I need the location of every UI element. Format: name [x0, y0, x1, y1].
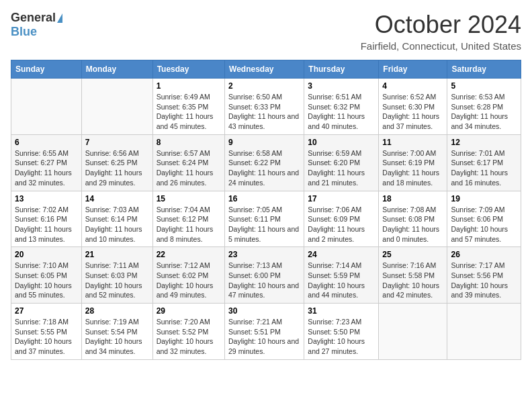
day-number: 24 — [308, 250, 375, 259]
day-info-text: Sunrise: 6:57 AM Sunset: 6:24 PM Dayligh… — [157, 148, 221, 188]
calendar-cell: 28Sunrise: 7:19 AM Sunset: 5:54 PM Dayli… — [81, 304, 152, 360]
logo-triangle-icon — [57, 13, 62, 23]
calendar-header: SundayMondayTuesdayWednesdayThursdayFrid… — [11, 60, 521, 79]
day-info-text: Sunrise: 7:04 AM Sunset: 6:12 PM Dayligh… — [157, 205, 221, 244]
day-number: 29 — [157, 306, 221, 316]
day-info-text: Sunrise: 7:01 AM Sunset: 6:17 PM Dayligh… — [451, 148, 517, 188]
day-info-text: Sunrise: 7:02 AM Sunset: 6:16 PM Dayligh… — [15, 205, 78, 244]
calendar-cell: 14Sunrise: 7:03 AM Sunset: 6:14 PM Dayli… — [81, 191, 152, 247]
day-number: 13 — [15, 194, 78, 203]
day-number: 11 — [382, 138, 443, 147]
day-info-text: Sunrise: 7:10 AM Sunset: 6:05 PM Dayligh… — [15, 261, 78, 300]
day-info-text: Sunrise: 7:06 AM Sunset: 6:09 PM Dayligh… — [308, 205, 375, 244]
week-row-1: 1Sunrise: 6:49 AM Sunset: 6:35 PM Daylig… — [11, 79, 521, 135]
calendar-cell: 15Sunrise: 7:04 AM Sunset: 6:12 PM Dayli… — [152, 191, 224, 247]
calendar-table: SundayMondayTuesdayWednesdayThursdayFrid… — [11, 60, 521, 360]
logo: General Blue — [11, 11, 62, 39]
day-number: 1 — [157, 81, 221, 91]
day-number: 17 — [308, 194, 375, 203]
day-info-text: Sunrise: 7:18 AM Sunset: 5:55 PM Dayligh… — [15, 317, 78, 357]
day-number: 18 — [382, 194, 443, 203]
day-number: 16 — [228, 194, 300, 203]
calendar-cell: 8Sunrise: 6:57 AM Sunset: 6:24 PM Daylig… — [152, 134, 224, 191]
calendar-cell: 11Sunrise: 7:00 AM Sunset: 6:19 PM Dayli… — [379, 134, 447, 191]
day-number: 28 — [85, 306, 149, 316]
calendar-cell: 27Sunrise: 7:18 AM Sunset: 5:55 PM Dayli… — [11, 304, 82, 360]
calendar-cell: 9Sunrise: 6:58 AM Sunset: 6:22 PM Daylig… — [225, 134, 304, 191]
week-row-4: 20Sunrise: 7:10 AM Sunset: 6:05 PM Dayli… — [11, 247, 521, 304]
day-info-text: Sunrise: 7:05 AM Sunset: 6:11 PM Dayligh… — [228, 205, 300, 244]
day-info-text: Sunrise: 7:16 AM Sunset: 5:58 PM Dayligh… — [382, 261, 443, 300]
day-info-text: Sunrise: 7:08 AM Sunset: 6:08 PM Dayligh… — [382, 205, 443, 244]
day-number: 27 — [15, 306, 78, 316]
day-number: 14 — [85, 194, 149, 203]
calendar-cell — [379, 304, 447, 360]
logo-general-text: General — [11, 11, 56, 25]
day-number: 21 — [85, 250, 149, 259]
logo-blue-text: Blue — [11, 25, 37, 39]
calendar-cell: 16Sunrise: 7:05 AM Sunset: 6:11 PM Dayli… — [225, 191, 304, 247]
calendar-cell: 13Sunrise: 7:02 AM Sunset: 6:16 PM Dayli… — [11, 191, 82, 247]
calendar-cell: 7Sunrise: 6:56 AM Sunset: 6:25 PM Daylig… — [81, 134, 152, 191]
week-row-3: 13Sunrise: 7:02 AM Sunset: 6:16 PM Dayli… — [11, 191, 521, 247]
day-info-text: Sunrise: 6:52 AM Sunset: 6:30 PM Dayligh… — [382, 92, 443, 132]
day-info-text: Sunrise: 6:56 AM Sunset: 6:25 PM Dayligh… — [85, 148, 149, 188]
calendar-cell: 20Sunrise: 7:10 AM Sunset: 6:05 PM Dayli… — [11, 247, 82, 304]
day-number: 31 — [308, 306, 375, 316]
day-info-text: Sunrise: 6:49 AM Sunset: 6:35 PM Dayligh… — [157, 92, 221, 132]
day-info-text: Sunrise: 7:12 AM Sunset: 6:02 PM Dayligh… — [157, 261, 221, 300]
day-number: 8 — [157, 138, 221, 147]
day-number: 4 — [382, 81, 443, 91]
day-info-text: Sunrise: 7:14 AM Sunset: 5:59 PM Dayligh… — [308, 261, 375, 300]
day-info-text: Sunrise: 7:11 AM Sunset: 6:03 PM Dayligh… — [85, 261, 149, 300]
calendar-cell: 24Sunrise: 7:14 AM Sunset: 5:59 PM Dayli… — [304, 247, 379, 304]
calendar-cell: 10Sunrise: 6:59 AM Sunset: 6:20 PM Dayli… — [304, 134, 379, 191]
day-header-thursday: Thursday — [304, 60, 379, 79]
day-info-text: Sunrise: 6:55 AM Sunset: 6:27 PM Dayligh… — [15, 148, 78, 188]
day-header-saturday: Saturday — [447, 60, 521, 79]
day-header-sunday: Sunday — [11, 60, 82, 79]
day-number: 5 — [451, 81, 517, 91]
calendar-cell: 26Sunrise: 7:17 AM Sunset: 5:56 PM Dayli… — [447, 247, 521, 304]
day-number: 22 — [157, 250, 221, 259]
week-row-5: 27Sunrise: 7:18 AM Sunset: 5:55 PM Dayli… — [11, 304, 521, 360]
day-number: 6 — [15, 138, 78, 147]
day-info-text: Sunrise: 7:19 AM Sunset: 5:54 PM Dayligh… — [85, 317, 149, 357]
day-info-text: Sunrise: 7:17 AM Sunset: 5:56 PM Dayligh… — [451, 261, 517, 300]
calendar-cell: 31Sunrise: 7:23 AM Sunset: 5:50 PM Dayli… — [304, 304, 379, 360]
day-number: 20 — [15, 250, 78, 259]
day-info-text: Sunrise: 7:09 AM Sunset: 6:06 PM Dayligh… — [451, 205, 517, 244]
calendar-cell: 29Sunrise: 7:20 AM Sunset: 5:52 PM Dayli… — [152, 304, 224, 360]
day-info-text: Sunrise: 6:50 AM Sunset: 6:33 PM Dayligh… — [228, 92, 300, 132]
page-header: General Blue October 2024 Fairfield, Con… — [11, 11, 521, 52]
calendar-cell: 19Sunrise: 7:09 AM Sunset: 6:06 PM Dayli… — [447, 191, 521, 247]
calendar-cell: 12Sunrise: 7:01 AM Sunset: 6:17 PM Dayli… — [447, 134, 521, 191]
day-number: 3 — [308, 81, 375, 91]
calendar-cell — [81, 79, 152, 135]
calendar-cell: 18Sunrise: 7:08 AM Sunset: 6:08 PM Dayli… — [379, 191, 447, 247]
day-number: 30 — [228, 306, 300, 316]
month-title: October 2024 — [361, 11, 521, 39]
day-info-text: Sunrise: 6:51 AM Sunset: 6:32 PM Dayligh… — [308, 92, 375, 132]
day-number: 19 — [451, 194, 517, 203]
day-info-text: Sunrise: 7:13 AM Sunset: 6:00 PM Dayligh… — [228, 261, 300, 300]
day-header-friday: Friday — [379, 60, 447, 79]
calendar-cell: 22Sunrise: 7:12 AM Sunset: 6:02 PM Dayli… — [152, 247, 224, 304]
calendar-cell — [447, 304, 521, 360]
calendar-cell: 2Sunrise: 6:50 AM Sunset: 6:33 PM Daylig… — [225, 79, 304, 135]
header-row: SundayMondayTuesdayWednesdayThursdayFrid… — [11, 60, 521, 79]
day-info-text: Sunrise: 7:23 AM Sunset: 5:50 PM Dayligh… — [308, 317, 375, 357]
day-header-tuesday: Tuesday — [152, 60, 224, 79]
day-info-text: Sunrise: 6:53 AM Sunset: 6:28 PM Dayligh… — [451, 92, 517, 132]
calendar-body: 1Sunrise: 6:49 AM Sunset: 6:35 PM Daylig… — [11, 79, 521, 360]
day-number: 12 — [451, 138, 517, 147]
day-info-text: Sunrise: 7:00 AM Sunset: 6:19 PM Dayligh… — [382, 148, 443, 188]
calendar-cell: 23Sunrise: 7:13 AM Sunset: 6:00 PM Dayli… — [225, 247, 304, 304]
day-number: 10 — [308, 138, 375, 147]
title-block: October 2024 Fairfield, Connecticut, Uni… — [361, 11, 521, 52]
day-number: 15 — [157, 194, 221, 203]
day-info-text: Sunrise: 7:20 AM Sunset: 5:52 PM Dayligh… — [157, 317, 221, 357]
day-header-monday: Monday — [81, 60, 152, 79]
calendar-cell: 4Sunrise: 6:52 AM Sunset: 6:30 PM Daylig… — [379, 79, 447, 135]
day-number: 7 — [85, 138, 149, 147]
